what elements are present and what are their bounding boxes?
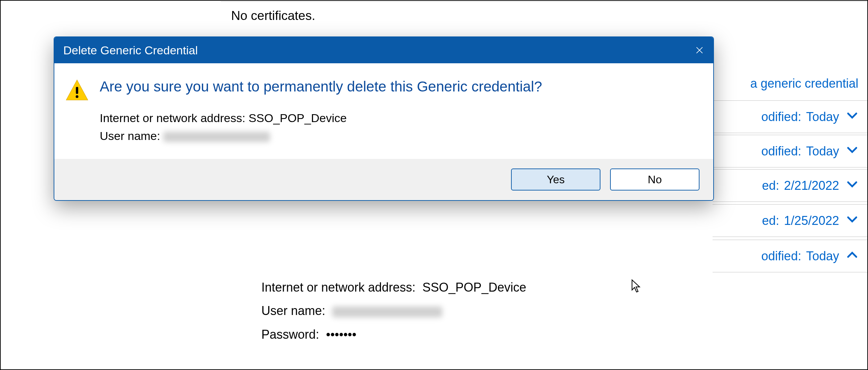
- username-value-redacted: [332, 306, 442, 317]
- credential-details: Internet or network address: SSO_POP_Dev…: [261, 276, 526, 346]
- dialog-body: Are you sure you want to permanently del…: [54, 63, 713, 159]
- yes-button[interactable]: Yes: [511, 168, 600, 191]
- password-value: •••••••: [326, 327, 356, 341]
- modified-value: Today: [806, 110, 839, 124]
- svg-point-1: [76, 95, 78, 98]
- dialog-address-value: SSO_POP_Device: [249, 111, 347, 124]
- credential-row[interactable]: ed: 2/21/2022: [713, 169, 867, 202]
- dialog-heading: Are you sure you want to permanently del…: [100, 77, 699, 97]
- modified-value: 1/25/2022: [784, 214, 839, 228]
- chevron-down-icon[interactable]: [844, 176, 860, 195]
- credential-row-expanded[interactable]: odified: Today: [713, 240, 867, 272]
- credential-row[interactable]: ed: 1/25/2022: [713, 204, 867, 237]
- dialog-username: User name:: [100, 127, 699, 145]
- modified-value: Today: [806, 144, 839, 159]
- modified-label: odified:: [761, 144, 801, 159]
- no-button[interactable]: No: [610, 168, 699, 191]
- dialog-titlebar: Delete Generic Credential: [54, 37, 713, 63]
- dialog-text: Are you sure you want to permanently del…: [100, 77, 699, 145]
- chevron-up-icon[interactable]: [844, 247, 860, 265]
- modified-label: ed:: [762, 178, 779, 193]
- credential-row[interactable]: odified: Today: [713, 135, 867, 167]
- modified-value: 2/21/2022: [784, 178, 839, 193]
- chevron-down-icon[interactable]: [844, 211, 860, 230]
- modified-label: odified:: [761, 110, 801, 124]
- dialog-username-label: User name:: [100, 129, 160, 142]
- username-label: User name:: [261, 304, 325, 318]
- credential-row[interactable]: odified: Today: [713, 100, 867, 133]
- modified-label: ed:: [762, 214, 779, 228]
- close-button[interactable]: [686, 37, 713, 63]
- close-icon: [695, 45, 704, 55]
- detail-password: Password: •••••••: [261, 323, 526, 346]
- address-value: SSO_POP_Device: [422, 280, 526, 294]
- dialog-address: Internet or network address: SSO_POP_Dev…: [100, 109, 699, 127]
- detail-username: User name:: [261, 299, 526, 323]
- password-label: Password:: [261, 327, 319, 341]
- chevron-down-icon[interactable]: [844, 142, 860, 161]
- modified-value: Today: [806, 249, 839, 263]
- delete-credential-dialog: Delete Generic Credential Are you sure y…: [54, 36, 714, 201]
- detail-address: Internet or network address: SSO_POP_Dev…: [261, 276, 526, 299]
- no-certificates-text: No certificates.: [221, 2, 867, 23]
- warning-icon: [65, 78, 89, 145]
- dialog-username-value-redacted: [163, 132, 270, 142]
- svg-rect-0: [76, 87, 78, 94]
- dialog-title: Delete Generic Credential: [63, 44, 198, 57]
- address-label: Internet or network address:: [261, 280, 415, 294]
- add-generic-credential-link[interactable]: a generic credential: [750, 76, 858, 91]
- dialog-address-label: Internet or network address:: [100, 111, 245, 124]
- chevron-down-icon[interactable]: [844, 107, 860, 126]
- dialog-footer: Yes No: [54, 159, 713, 200]
- modified-label: odified:: [761, 249, 801, 263]
